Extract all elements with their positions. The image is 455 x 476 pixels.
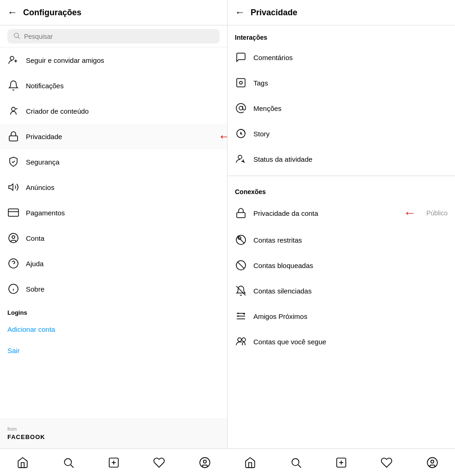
section-title-connections: Conexões — [228, 180, 455, 199]
left-nav-home[interactable] — [13, 453, 32, 472]
svg-point-41 — [64, 458, 71, 465]
info-icon — [7, 283, 19, 295]
right-nav-heart[interactable] — [377, 453, 396, 472]
left-nav-add[interactable] — [104, 453, 123, 472]
right-menu-item-activity[interactable]: Status da atividade — [228, 146, 455, 172]
svg-point-5 — [12, 107, 15, 111]
menu-item-add-account[interactable]: Adicionar conta — [0, 319, 227, 340]
bell-icon — [7, 79, 19, 92]
right-nav-search[interactable] — [286, 453, 306, 472]
home-icon — [17, 457, 29, 469]
add-icon-right — [335, 457, 347, 469]
menu-item-about[interactable]: Sobre — [0, 276, 227, 302]
creator-icon — [7, 105, 19, 117]
facebook-brand-label: FACEBOOK — [7, 433, 45, 440]
right-label-following: Contas que você segue — [253, 338, 448, 346]
svg-point-36 — [238, 313, 239, 314]
section-title-interactions: Interações — [228, 25, 455, 45]
right-nav-add[interactable] — [332, 453, 351, 472]
card-icon — [7, 207, 19, 219]
menu-item-notifications[interactable]: Notificações — [0, 73, 227, 98]
menu-item-security[interactable]: Segurança — [0, 149, 227, 175]
blocked-icon — [235, 259, 247, 271]
menu-label-about: Sobre — [26, 285, 44, 293]
comment-icon — [235, 51, 247, 63]
right-label-activity: Status da atividade — [253, 155, 448, 163]
section-divider — [228, 176, 455, 176]
left-nav-heart[interactable] — [149, 453, 169, 472]
right-menu-item-mentions[interactable]: Menções — [228, 96, 455, 121]
svg-rect-26 — [237, 213, 245, 218]
svg-rect-8 — [8, 209, 18, 216]
svg-point-2 — [10, 56, 14, 60]
heart-nav-icon — [153, 457, 165, 469]
svg-rect-17 — [237, 79, 245, 87]
menu-item-logout[interactable]: Sair — [0, 340, 227, 361]
menu-item-creator[interactable]: Criador de conteúdo — [0, 98, 227, 124]
svg-point-40 — [242, 338, 246, 342]
svg-point-39 — [238, 338, 241, 342]
left-back-button[interactable]: ← — [7, 6, 18, 18]
tag-icon — [235, 77, 247, 89]
right-label-muted: Contas silenciadas — [253, 287, 448, 295]
svg-point-0 — [14, 33, 18, 37]
right-label-restricted: Contas restritas — [253, 236, 448, 244]
svg-point-23 — [240, 133, 241, 134]
search-input[interactable] — [24, 33, 214, 40]
menu-item-follow[interactable]: Seguir e convidar amigos — [0, 48, 227, 73]
left-nav-profile[interactable] — [195, 453, 215, 472]
right-menu-item-close-friends[interactable]: Amigos Próximos — [228, 304, 455, 329]
ads-icon — [7, 181, 19, 193]
facebook-section: from FACEBOOK — [0, 419, 227, 448]
right-panel-title: Privacidade — [251, 8, 297, 18]
right-menu-item-story[interactable]: Story — [228, 121, 455, 146]
profile-nav-icon — [199, 457, 211, 469]
right-menu-item-comments[interactable]: Comentários — [228, 45, 455, 70]
search-nav-icon — [62, 457, 74, 469]
right-label-mentions: Menções — [253, 104, 448, 112]
svg-marker-38 — [243, 313, 245, 315]
svg-line-42 — [70, 464, 73, 467]
shield-icon — [7, 156, 19, 168]
activity-icon — [235, 153, 247, 165]
svg-rect-6 — [9, 136, 18, 141]
menu-item-ads[interactable]: Anúncios — [0, 175, 227, 200]
svg-marker-7 — [9, 184, 13, 190]
right-label-story: Story — [253, 130, 448, 138]
menu-item-payments[interactable]: Pagamentos — [0, 200, 227, 226]
right-nav-profile[interactable] — [423, 453, 442, 472]
logins-section-label: Logins — [0, 302, 227, 319]
right-menu-item-restricted[interactable]: Contas restritas — [228, 227, 455, 253]
muted-icon — [235, 285, 247, 297]
svg-line-31 — [238, 262, 244, 269]
left-menu-list: Seguir e convidar amigos Notificações — [0, 48, 227, 302]
right-back-button[interactable]: ← — [235, 6, 245, 18]
right-menu-item-blocked[interactable]: Contas bloqueadas — [228, 253, 455, 278]
right-menu-item-muted[interactable]: Contas silenciadas — [228, 278, 455, 304]
right-menu-item-account-privacy[interactable]: Privacidade da conta ← Público — [228, 199, 455, 227]
right-label-close-friends: Amigos Próximos — [253, 312, 448, 320]
profile-icon-right — [426, 457, 438, 469]
menu-label-account: Conta — [26, 234, 44, 242]
menu-item-account[interactable]: Conta — [0, 226, 227, 251]
restricted-icon — [235, 234, 247, 246]
menu-label-notifications: Notificações — [26, 82, 64, 90]
right-nav-home[interactable] — [240, 453, 260, 472]
menu-item-help[interactable]: Ajuda — [0, 251, 227, 276]
lock-icon — [7, 130, 19, 142]
svg-point-47 — [203, 460, 207, 463]
search-container — [0, 25, 227, 48]
search-icon-right — [290, 457, 302, 469]
left-nav-search[interactable] — [59, 453, 78, 472]
svg-point-12 — [9, 259, 18, 268]
svg-point-11 — [12, 236, 15, 238]
right-header: ← Privacidade — [228, 0, 455, 25]
home-icon-right — [244, 457, 256, 469]
right-menu-item-tags[interactable]: Tags — [228, 70, 455, 96]
right-menu-item-following[interactable]: Contas que você segue — [228, 329, 455, 354]
svg-point-54 — [431, 460, 434, 463]
menu-item-privacy[interactable]: Privacidade ← — [0, 124, 227, 149]
mention-icon — [235, 102, 247, 114]
right-label-comments: Comentários — [253, 54, 448, 61]
account-icon — [7, 232, 19, 244]
